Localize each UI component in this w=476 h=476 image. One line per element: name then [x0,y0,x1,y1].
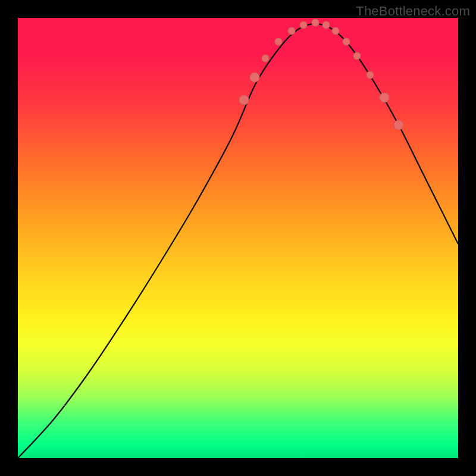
highlight-dot [343,38,350,45]
highlight-dot [300,21,307,29]
highlight-dot [288,27,295,35]
watermark-text: TheBottleneck.com [356,4,470,19]
bottleneck-curve [18,24,458,458]
highlight-dot [367,71,374,79]
highlight-dot [380,93,389,102]
chart-frame: TheBottleneck.com [0,0,476,476]
highlight-dots-group [239,19,403,130]
highlight-dot [250,73,259,82]
highlight-dot [312,19,319,26]
highlight-dot [394,120,403,130]
highlight-dot [239,95,249,105]
highlight-dot [332,27,339,35]
highlight-dot [275,38,282,45]
highlight-dot [353,52,361,60]
plot-area [18,18,458,458]
curve-svg [18,18,458,458]
highlight-dot [262,55,269,62]
highlight-dot [322,21,330,29]
